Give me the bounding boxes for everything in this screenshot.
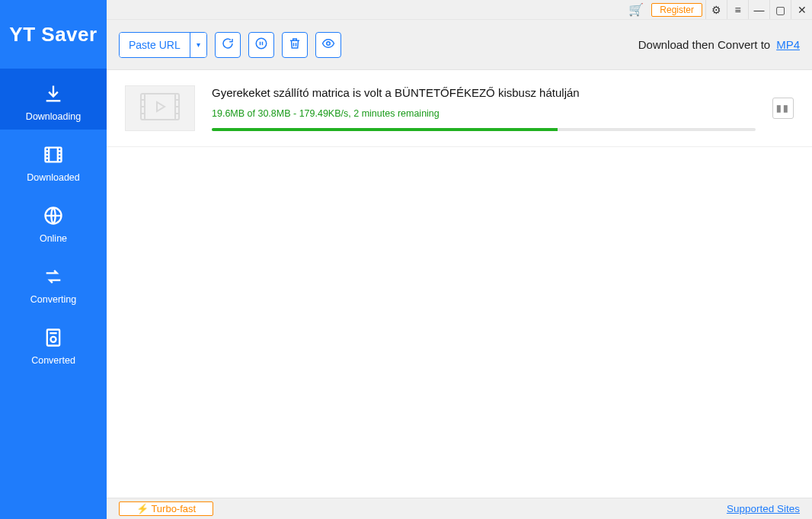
turbo-fast-button[interactable]: Turbo-fast (119, 501, 213, 516)
pause-all-button[interactable] (248, 32, 274, 58)
svg-point-12 (256, 38, 267, 49)
close-icon: ✕ (798, 4, 807, 16)
sidebar-item-online[interactable]: Online (0, 191, 107, 251)
cart-icon[interactable]: 🛒 (628, 4, 644, 16)
sidebar-item-label: Converting (30, 294, 76, 305)
pause-circle-icon (254, 37, 268, 53)
sidebar-item-downloading[interactable]: Downloading (0, 69, 107, 130)
download-progress (212, 128, 756, 131)
main-pane: 🛒 Register ⚙ ≡ — ▢ ✕ Paste URL ▾ (107, 0, 812, 519)
paste-url-button[interactable]: Paste URL (120, 33, 190, 57)
download-item: Gyerekeket szállító matrica is volt a BÜ… (107, 70, 812, 147)
eye-icon (321, 37, 335, 53)
video-placeholder-icon (140, 93, 180, 123)
svg-rect-18 (141, 94, 179, 120)
svg-point-17 (326, 41, 330, 45)
sidebar-item-downloaded[interactable]: Downloaded (0, 130, 107, 191)
toolbar: Paste URL ▾ (107, 20, 812, 70)
minimize-icon: — (754, 4, 765, 16)
download-status: 19.6MB of 30.8MB - 179.49KB/s, 2 minutes… (212, 108, 756, 119)
delete-button[interactable] (282, 32, 308, 58)
sidebar: YT Saver Downloading (0, 0, 107, 519)
titlebar: 🛒 Register ⚙ ≡ — ▢ ✕ (107, 0, 812, 20)
pause-download-button[interactable]: ▮▮ (772, 98, 794, 119)
video-thumbnail (125, 85, 195, 131)
app-logo: YT Saver (0, 0, 107, 69)
supported-sites-link[interactable]: Supported Sites (727, 503, 800, 514)
footer: Turbo-fast Supported Sites (107, 498, 812, 519)
refresh-button[interactable] (215, 32, 241, 58)
download-list: Gyerekeket szállító matrica is volt a BÜ… (107, 70, 812, 498)
download-title: Gyerekeket szállító matrica is volt a BÜ… (212, 86, 756, 99)
maximize-button[interactable]: ▢ (769, 0, 791, 19)
film-icon (42, 143, 65, 166)
globe-icon (42, 204, 65, 227)
download-icon (42, 82, 65, 105)
sidebar-item-label: Downloading (26, 111, 81, 122)
document-check-icon (42, 326, 65, 349)
svg-point-11 (51, 337, 56, 342)
sidebar-item-label: Downloaded (27, 172, 80, 183)
sidebar-item-converting[interactable]: Converting (0, 251, 107, 312)
refresh-icon (221, 37, 235, 53)
register-button[interactable]: Register (651, 3, 702, 17)
convert-text: Download then Convert to (638, 38, 770, 51)
app-window: YT Saver Downloading (0, 0, 812, 519)
sidebar-item-converted[interactable]: Converted (0, 312, 107, 373)
settings-button[interactable]: ⚙ (705, 0, 727, 19)
trash-icon (288, 37, 302, 53)
pause-icon: ▮▮ (776, 103, 790, 114)
menu-icon: ≡ (734, 4, 740, 16)
paste-url-button-group: Paste URL ▾ (119, 32, 207, 58)
preview-button[interactable] (315, 32, 341, 58)
menu-button[interactable]: ≡ (727, 0, 748, 19)
close-button[interactable]: ✕ (791, 0, 812, 19)
minimize-button[interactable]: — (748, 0, 769, 19)
download-progress-bar (212, 128, 558, 131)
convert-icon (42, 265, 65, 288)
sidebar-item-label: Online (40, 233, 67, 244)
convert-format-link[interactable]: MP4 (776, 38, 800, 51)
maximize-icon: ▢ (775, 4, 785, 16)
chevron-down-icon: ▾ (197, 40, 200, 49)
convert-line: Download then Convert to MP4 (638, 38, 800, 51)
gear-icon: ⚙ (711, 4, 721, 16)
paste-url-dropdown[interactable]: ▾ (190, 33, 206, 57)
sidebar-item-label: Converted (31, 355, 75, 366)
sidebar-nav: Downloading Downloaded (0, 69, 107, 373)
